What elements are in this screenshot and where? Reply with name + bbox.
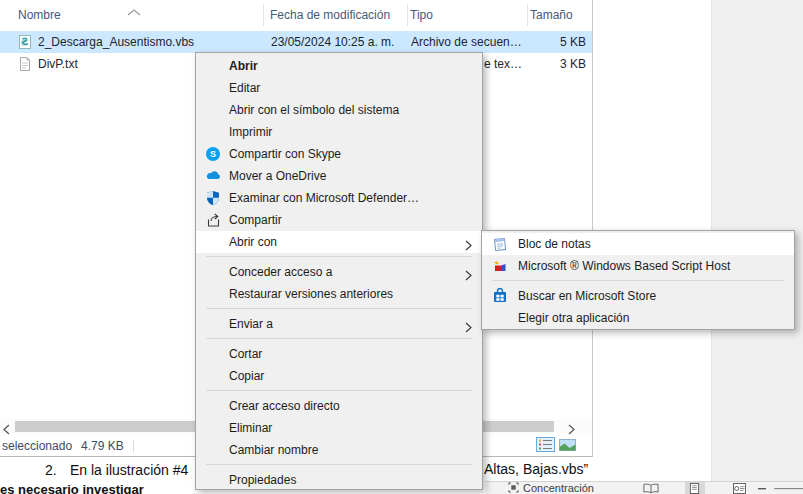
menu-item-propiedades[interactable]: Propiedades — [196, 469, 482, 491]
menu-separator — [206, 256, 472, 257]
file-name: DivP.txt — [38, 53, 78, 75]
print-layout-button[interactable] — [685, 482, 705, 494]
file-row-vbs[interactable]: 2_Descarga_Ausentismo.vbs 23/05/2024 10:… — [0, 31, 592, 53]
file-size: 3 KB — [500, 53, 586, 75]
print-layout-icon — [689, 483, 700, 494]
context-menu: Abrir Editar Abrir con el símbolo del si… — [195, 52, 483, 490]
selection-status-text: seleccionado — [2, 439, 72, 453]
skype-icon: S — [205, 146, 221, 162]
column-header-tamano[interactable]: Tamaño — [530, 8, 573, 22]
scroll-left-icon[interactable] — [3, 421, 11, 439]
menu-item-cortar[interactable]: Cortar — [196, 343, 482, 365]
menu-item-eliminar[interactable]: Eliminar — [196, 417, 482, 439]
menu-item-abrir-con[interactable]: Abrir con — [196, 231, 482, 253]
column-header-tipo[interactable]: Tipo — [410, 8, 433, 22]
details-view-icon — [539, 439, 552, 450]
web-layout-button[interactable] — [733, 483, 746, 494]
onedrive-icon — [205, 168, 221, 184]
doc-bottom-text: es necesario investigar — [0, 482, 144, 494]
wsh-icon — [492, 258, 508, 274]
menu-item-conceder-acceso[interactable]: Conceder acceso a — [196, 261, 482, 283]
sort-ascending-icon — [127, 2, 141, 20]
zoom-slider-track — [774, 487, 803, 490]
submenu-item-buscar-store[interactable]: Buscar en Microsoft Store — [482, 285, 794, 307]
doc-paragraph-right: Altas, Bajas.vbs” — [484, 461, 588, 477]
column-header-nombre[interactable]: Nombre — [18, 8, 61, 22]
submenu-arrow-icon — [465, 318, 472, 340]
submenu-item-wsh[interactable]: Microsoft ® Windows Based Script Host — [482, 255, 794, 277]
menu-item-editar[interactable]: Editar — [196, 77, 482, 99]
menu-item-abrir-simbolo-sistema[interactable]: Abrir con el símbolo del sistema — [196, 99, 482, 121]
vbs-file-icon — [17, 34, 33, 50]
menu-item-restaurar-versiones[interactable]: Restaurar versiones anteriores — [196, 283, 482, 305]
menu-item-mover-onedrive[interactable]: Mover a OneDrive — [196, 165, 482, 187]
file-name: 2_Descarga_Ausentismo.vbs — [38, 31, 194, 53]
submenu-item-bloc-de-notas[interactable]: Bloc de notas — [482, 233, 794, 255]
zoom-slider[interactable] — [774, 487, 803, 490]
doc-paragraph-left: En la ilustración #4 — [70, 462, 188, 478]
file-date: 23/05/2024 10:25 a. m. — [271, 31, 394, 53]
svg-text:S: S — [210, 149, 216, 159]
read-mode-button[interactable] — [643, 483, 659, 494]
menu-item-abrir[interactable]: Abrir — [196, 55, 482, 77]
ms-store-icon — [492, 288, 508, 304]
details-view-button[interactable] — [536, 437, 555, 452]
word-status-bar: Concentración — [486, 481, 803, 494]
status-divider — [133, 440, 134, 452]
defender-icon — [205, 190, 221, 206]
selection-size-text: 4.79 KB — [81, 439, 124, 453]
share-icon — [205, 212, 221, 228]
explorer-status-bar: seleccionado 4.79 KB — [2, 438, 134, 454]
submenu-arrow-icon — [465, 236, 472, 258]
doc-list-number: 2. — [45, 462, 57, 478]
thumbnails-view-button[interactable] — [558, 437, 577, 452]
menu-item-compartir-skype[interactable]: S Compartir con Skype — [196, 143, 482, 165]
menu-item-crear-acceso-directo[interactable]: Crear acceso directo — [196, 395, 482, 417]
menu-separator — [206, 390, 472, 391]
menu-separator — [206, 464, 472, 465]
menu-item-enviar-a[interactable]: Enviar a — [196, 313, 482, 335]
file-size: 5 KB — [500, 31, 586, 53]
minus-icon — [758, 487, 766, 490]
menu-item-copiar[interactable]: Copiar — [196, 365, 482, 387]
menu-item-compartir[interactable]: Compartir — [196, 209, 482, 231]
menu-separator — [206, 308, 472, 309]
thumbnails-view-icon — [559, 439, 576, 451]
column-header-fecha[interactable]: Fecha de modificación — [270, 8, 390, 22]
menu-item-imprimir[interactable]: Imprimir — [196, 121, 482, 143]
menu-separator — [206, 338, 472, 339]
screen: { "explorer": { "columns": ["Nombre", "F… — [0, 0, 803, 494]
read-mode-icon — [643, 483, 659, 494]
menu-item-cambiar-nombre[interactable]: Cambiar nombre — [196, 439, 482, 461]
column-divider[interactable] — [527, 4, 528, 26]
menu-separator — [492, 280, 784, 281]
column-divider[interactable] — [407, 4, 408, 26]
open-with-submenu: Bloc de notas Microsoft ® Windows Based … — [481, 230, 795, 330]
focus-mode-button[interactable]: Concentración — [508, 482, 594, 494]
menu-item-examinar-defender[interactable]: Examinar con Microsoft Defender… — [196, 187, 482, 209]
column-divider[interactable] — [263, 4, 264, 26]
zoom-out-button[interactable] — [758, 487, 766, 490]
txt-file-icon — [17, 56, 33, 72]
submenu-item-elegir-otra-aplicacion[interactable]: Elegir otra aplicación — [482, 307, 794, 329]
web-layout-icon — [733, 483, 746, 494]
notepad-icon — [492, 236, 508, 252]
focus-mode-icon — [508, 482, 519, 494]
focus-mode-label: Concentración — [523, 482, 594, 494]
